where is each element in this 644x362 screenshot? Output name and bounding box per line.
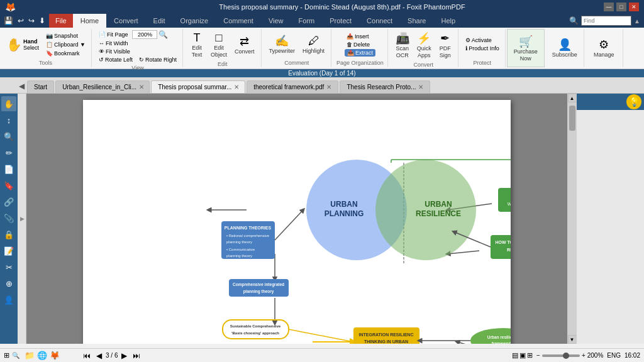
insert-btn[interactable]: 📥 Insert xyxy=(345,33,371,40)
document-area[interactable]: URBAN PLANNING URBAN RESILIENCE PLANNING… xyxy=(26,94,567,344)
lightbulb-icon[interactable]: 💡 xyxy=(626,94,641,109)
svg-text:Comprehensive integrated: Comprehensive integrated xyxy=(233,282,284,287)
tab-urban-resilience[interactable]: Urban_Resilience_in_Cli... ✕ xyxy=(55,80,150,93)
undo-quick-btn[interactable]: ↩ xyxy=(16,16,25,25)
search-taskbar-btn[interactable]: 🔍 xyxy=(12,352,19,359)
close-tab-thesis[interactable]: ✕ xyxy=(234,84,239,90)
tab-view[interactable]: View xyxy=(261,14,291,28)
scroll-track[interactable] xyxy=(568,102,577,335)
link-sidebar-tool[interactable]: 🔗 xyxy=(1,194,16,209)
delete-btn[interactable]: 🗑 Delete xyxy=(345,41,372,48)
product-info-btn[interactable]: ℹ Product Info xyxy=(464,45,501,52)
rotate-right-btn[interactable]: ↻Rotate Right xyxy=(137,56,179,63)
maximize-btn[interactable]: □ xyxy=(616,3,626,11)
edit-text-btn[interactable]: TEditText xyxy=(188,30,206,60)
close-tab-theoretical[interactable]: ✕ xyxy=(326,84,331,90)
tab-edit[interactable]: Edit xyxy=(146,14,173,28)
subscribe-btn[interactable]: 👤Subscribe xyxy=(550,36,580,60)
first-page-btn[interactable]: ⏮ xyxy=(81,351,92,360)
start-menu-btn[interactable]: ⊞ xyxy=(4,351,9,359)
highlight-btn[interactable]: 🖊Highlight xyxy=(300,33,327,56)
svg-text:'Basis choosing' approach: 'Basis choosing' approach xyxy=(231,331,279,335)
facing-view-btn[interactable]: ⊞ xyxy=(527,351,533,359)
manage-btn[interactable]: ⚙Manage xyxy=(591,36,617,60)
scroll-thumb[interactable] xyxy=(569,106,575,131)
clipboard-btn[interactable]: 📋Clipboard ▼ xyxy=(44,41,87,48)
edge-taskbar[interactable]: 🌐 xyxy=(37,351,47,360)
tab-scroll-left[interactable]: ◀ xyxy=(19,82,25,90)
minimize-btn[interactable]: — xyxy=(604,3,614,11)
tab-file[interactable]: File xyxy=(49,14,73,28)
tab-thesis-proposal[interactable]: Thesis proposal summar... ✕ xyxy=(151,80,245,93)
ribbon-collapse-btn[interactable]: ▲ xyxy=(634,18,640,25)
scan-ocr-btn[interactable]: 📠ScanOCR xyxy=(393,30,412,60)
single-page-view-btn[interactable]: ▤ xyxy=(512,351,518,359)
pen-sidebar-tool[interactable]: ✏ xyxy=(1,145,16,160)
zoom-input[interactable] xyxy=(132,30,157,39)
scroll-down-btn[interactable]: ▼ xyxy=(568,335,577,344)
convert-btn[interactable]: ⇄Convert xyxy=(232,33,257,57)
tab-protect[interactable]: Protect xyxy=(322,14,359,28)
continuous-view-btn[interactable]: ▣ xyxy=(519,351,526,359)
lock-sidebar-tool[interactable]: 🔒 xyxy=(1,227,16,242)
extra-sidebar-tool[interactable]: ⊕ xyxy=(1,276,16,291)
pdf-sign-btn[interactable]: ✒PDFSign xyxy=(436,30,454,60)
zoom-sidebar-tool[interactable]: 🔍 xyxy=(1,129,16,144)
explorer-taskbar[interactable]: 📁 xyxy=(25,351,35,360)
zoom-slider-thumb[interactable] xyxy=(563,353,569,359)
edit-object-btn[interactable]: □EditObject xyxy=(208,30,230,60)
zoom-search-icon[interactable]: 🔍 xyxy=(158,30,168,39)
vertical-scrollbar[interactable]: ▲ ▼ xyxy=(567,94,576,344)
pages-sidebar-tool[interactable]: 📄 xyxy=(1,162,16,177)
select-sidebar-tool[interactable]: ↕ xyxy=(1,112,16,128)
tab-comment[interactable]: Comment xyxy=(216,14,261,28)
zoom-slider[interactable] xyxy=(542,354,580,357)
snapshot-btn[interactable]: 📷Snapshot xyxy=(44,32,87,40)
clip-sidebar-tool[interactable]: 📎 xyxy=(1,211,16,226)
typewriter-btn[interactable]: ✍Typewriter xyxy=(267,33,298,56)
zoom-out-btn[interactable]: − xyxy=(536,352,540,359)
note-sidebar-tool[interactable]: 📝 xyxy=(1,243,16,258)
close-btn[interactable]: ✕ xyxy=(629,3,639,11)
search-input[interactable] xyxy=(581,16,631,26)
last-page-btn[interactable]: ⏭ xyxy=(131,351,142,360)
quick-apps-btn[interactable]: ⚡QuickApps xyxy=(414,30,434,60)
hand-sidebar-tool[interactable]: ✋ xyxy=(1,96,16,111)
svg-text:• Communicative: • Communicative xyxy=(226,248,255,251)
tab-theoretical[interactable]: theoretical framework.pdf ✕ xyxy=(247,80,338,93)
foxit-taskbar[interactable]: 🦊 xyxy=(50,351,60,360)
fit-page-btn[interactable]: 📄Fit Page xyxy=(97,31,130,38)
tab-help[interactable]: Help xyxy=(433,14,463,28)
zoom-in-btn[interactable]: + xyxy=(582,352,586,359)
qa-extra-btn[interactable]: ⬇ xyxy=(38,16,47,25)
prev-page-btn[interactable]: ◀ xyxy=(94,351,104,360)
save-quick-btn[interactable]: 💾 xyxy=(3,16,14,25)
tab-home[interactable]: Home xyxy=(73,14,106,28)
fit-visible-btn[interactable]: 👁Fit Visible xyxy=(97,48,132,55)
bookmark-sidebar-tool[interactable]: 🔖 xyxy=(1,178,16,193)
hand-tool-btn[interactable]: ✋ Hand Select xyxy=(4,36,42,53)
svg-text:HOW TO BUILD URBAN: HOW TO BUILD URBAN xyxy=(495,240,511,244)
close-tab-proto[interactable]: ✕ xyxy=(418,84,423,90)
tab-start[interactable]: Start xyxy=(27,80,54,93)
purchase-btn[interactable]: 🛒PurchaseNow xyxy=(511,33,540,63)
bookmark-btn[interactable]: 🔖Bookmark xyxy=(44,50,87,57)
tab-research-proto[interactable]: Thesis Research Proto... ✕ xyxy=(340,80,430,93)
extract-btn[interactable]: 📤 Extract xyxy=(345,49,376,57)
tab-connect[interactable]: Connect xyxy=(359,14,400,28)
tab-organize[interactable]: Organize xyxy=(173,14,216,28)
fit-width-btn[interactable]: ↔Fit Width xyxy=(97,40,130,47)
user-sidebar-tool[interactable]: 👤 xyxy=(1,292,16,307)
close-tab-urban[interactable]: ✕ xyxy=(139,84,144,90)
scroll-up-btn[interactable]: ▲ xyxy=(568,94,577,102)
tab-share[interactable]: Share xyxy=(400,14,433,28)
window-controls[interactable]: — □ ✕ xyxy=(604,3,639,11)
activate-btn[interactable]: ⚙ Activate xyxy=(464,36,494,44)
zoom-control: − + 200% xyxy=(536,352,603,359)
next-page-btn[interactable]: ▶ xyxy=(119,351,129,360)
redo-quick-btn[interactable]: ↪ xyxy=(27,16,36,25)
tab-form[interactable]: Form xyxy=(291,14,323,28)
rotate-left-btn[interactable]: ↺Rotate Left xyxy=(97,56,135,63)
tab-convert[interactable]: Convert xyxy=(106,14,146,28)
scissors-sidebar-tool[interactable]: ✂ xyxy=(1,260,16,275)
